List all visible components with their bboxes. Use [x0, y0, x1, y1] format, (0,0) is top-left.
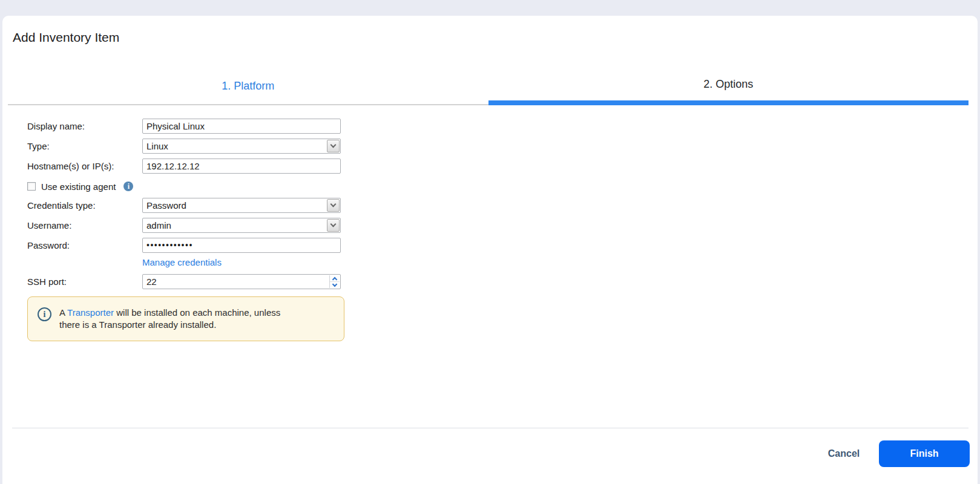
add-inventory-dialog: Add Inventory Item 1. Platform 2. Option… [2, 16, 978, 484]
chevron-down-icon[interactable] [327, 140, 340, 152]
type-label: Type: [27, 139, 140, 154]
use-existing-agent-row: Use existing agent i [27, 181, 133, 192]
password-masked-value: •••••••••••• [146, 238, 338, 252]
display-name-input[interactable]: Physical Linux [142, 119, 341, 134]
display-name-value: Physical Linux [146, 119, 338, 133]
manage-credentials-link[interactable]: Manage credentials [142, 257, 222, 267]
info-circle-icon: i [38, 307, 51, 321]
password-label: Password: [27, 238, 140, 253]
transporter-link[interactable]: Transporter [67, 307, 114, 318]
spinner-down-icon[interactable] [330, 282, 340, 288]
transporter-notice: i A Transporter will be installed on eac… [27, 296, 344, 341]
ssh-port-spinner [329, 275, 340, 288]
tab-options-label: 2. Options [703, 78, 753, 91]
chevron-down-icon[interactable] [327, 219, 340, 232]
username-value: admin [146, 218, 326, 232]
credentials-type-select[interactable]: Password [142, 198, 341, 213]
footer-divider [12, 428, 968, 428]
password-input[interactable]: •••••••••••• [142, 238, 341, 253]
transporter-notice-text: A Transporter will be installed on each … [59, 307, 332, 331]
notice-prefix: A [59, 307, 67, 318]
notice-line2: there is a Transporter already installed… [59, 319, 216, 330]
use-existing-agent-label: Use existing agent [41, 182, 116, 192]
ssh-port-label: SSH port: [27, 274, 140, 289]
credentials-type-label: Credentials type: [27, 198, 140, 213]
finish-button[interactable]: Finish [879, 440, 970, 467]
ssh-port-stepper[interactable]: 22 [142, 274, 341, 289]
info-icon[interactable]: i [123, 182, 133, 191]
username-select[interactable]: admin [142, 218, 341, 233]
spinner-up-icon[interactable] [330, 275, 340, 282]
hostname-input[interactable]: 192.12.12.12 [142, 159, 341, 174]
username-label: Username: [27, 218, 140, 233]
cancel-button[interactable]: Cancel [821, 446, 867, 461]
tab-platform-label: 1. Platform [222, 80, 274, 93]
type-value: Linux [146, 139, 326, 153]
use-existing-agent-checkbox[interactable] [27, 182, 36, 191]
page-title: Add Inventory Item [13, 30, 119, 45]
tab-platform[interactable]: 1. Platform [8, 68, 488, 105]
display-name-label: Display name: [27, 119, 140, 134]
hostname-label: Hostname(s) or IP(s): [27, 159, 140, 174]
chevron-down-icon[interactable] [327, 199, 340, 212]
type-select[interactable]: Linux [142, 139, 341, 154]
credentials-type-value: Password [146, 198, 326, 212]
notice-line1-rest: will be installed on each machine, unles… [114, 307, 280, 318]
wizard-steps: 1. Platform 2. Options [8, 68, 968, 105]
hostname-value: 192.12.12.12 [146, 159, 338, 173]
ssh-port-value: 22 [146, 275, 326, 289]
tab-options[interactable]: 2. Options [488, 68, 969, 105]
